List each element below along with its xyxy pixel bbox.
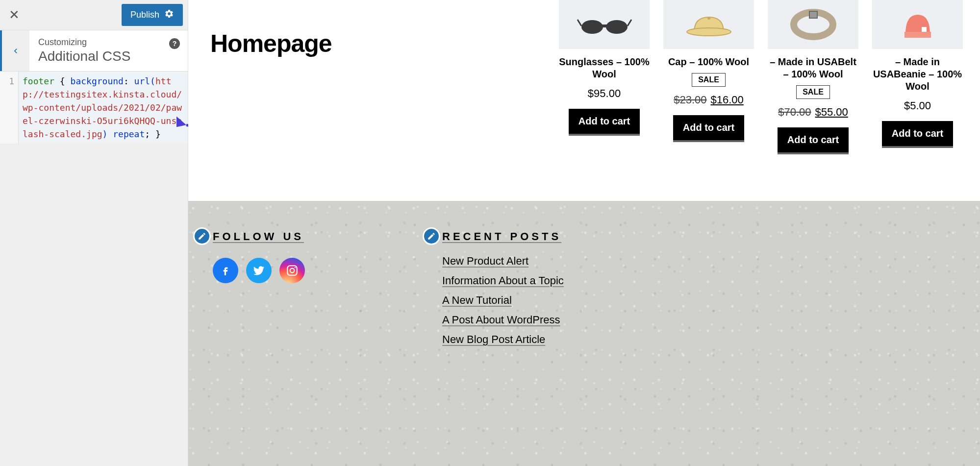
footer-follow-column: FOLLOW US (213, 230, 305, 437)
post-link[interactable]: New Blog Post Article (442, 333, 564, 346)
product-card: – Made in USABelt – 100% Wool SALE $70.0… (768, 0, 858, 154)
svg-line-5 (628, 20, 631, 26)
svg-rect-10 (905, 32, 931, 38)
customizing-label: Customizing (38, 37, 179, 48)
line-gutter: 1 (0, 72, 19, 144)
svg-point-13 (290, 269, 295, 273)
product-price: $23.00$16.00 (674, 94, 744, 106)
customizer-panel: ✕ Publish Customizing Additional CSS ? 1… (0, 0, 188, 466)
product-card: Cap – 100% Wool SALE $23.00$16.00 Add to… (663, 0, 754, 154)
add-to-cart-button[interactable]: Add to cart (569, 109, 640, 136)
svg-point-14 (295, 267, 296, 269)
add-to-cart-button[interactable]: Add to cart (882, 121, 954, 148)
gear-icon (164, 9, 174, 21)
svg-point-7 (707, 17, 710, 20)
add-to-cart-button[interactable]: Add to cart (673, 115, 745, 142)
product-name[interactable]: Cap – 100% Wool (668, 56, 749, 68)
add-to-cart-button[interactable]: Add to cart (778, 127, 849, 154)
svg-rect-3 (602, 25, 607, 27)
site-preview: Homepage Sunglasses – 100% Wool $95.00 A… (188, 0, 980, 466)
post-link[interactable]: A New Tutorial (442, 294, 564, 307)
svg-rect-9 (809, 11, 817, 18)
svg-line-4 (578, 20, 581, 26)
recent-posts-list: New Product Alert Information About a To… (442, 255, 564, 346)
post-link[interactable]: Information About a Topic (442, 274, 564, 287)
publish-button[interactable]: Publish (122, 4, 183, 26)
css-code-content[interactable]: footer { background: url(http://testings… (19, 72, 188, 144)
product-image[interactable] (663, 0, 754, 49)
site-footer: FOLLOW US RECENT POSTS New Product Alert… (188, 201, 980, 466)
instagram-icon[interactable] (279, 258, 305, 283)
publish-label: Publish (130, 10, 159, 20)
footer-recent-posts-column: RECENT POSTS New Product Alert Informati… (442, 230, 564, 437)
product-price: $5.00 (904, 99, 931, 112)
product-name[interactable]: – Made in USABeanie – 100% Wool (872, 56, 963, 93)
product-price: $95.00 (588, 87, 621, 100)
product-name[interactable]: Sunglasses – 100% Wool (559, 56, 650, 80)
product-card: Sunglasses – 100% Wool $95.00 Add to car… (559, 0, 650, 154)
svg-point-2 (606, 20, 628, 34)
post-link[interactable]: New Product Alert (442, 255, 564, 268)
page-title: Homepage (210, 29, 332, 58)
help-icon[interactable]: ? (169, 38, 180, 49)
sale-badge: SALE (796, 85, 830, 99)
product-name[interactable]: – Made in USABelt – 100% Wool (768, 56, 858, 80)
recent-posts-heading: RECENT POSTS (442, 230, 564, 243)
product-image[interactable] (559, 0, 650, 49)
product-image[interactable] (768, 0, 858, 49)
svg-point-1 (581, 20, 603, 34)
follow-us-heading: FOLLOW US (213, 230, 305, 243)
panel-title: Additional CSS (38, 49, 179, 64)
social-icons-row (213, 258, 305, 283)
product-image[interactable] (872, 0, 963, 49)
post-link[interactable]: A Post About WordPress (442, 314, 564, 326)
svg-point-6 (687, 28, 731, 36)
back-button[interactable] (0, 30, 29, 71)
edit-widget-button[interactable] (193, 227, 211, 245)
customizer-topbar: ✕ Publish (0, 0, 188, 30)
customizer-header: Customizing Additional CSS ? (0, 30, 188, 72)
sale-badge: SALE (692, 73, 726, 87)
svg-rect-11 (922, 27, 927, 32)
twitter-icon[interactable] (246, 258, 272, 283)
facebook-icon[interactable] (213, 258, 238, 283)
product-card: – Made in USABeanie – 100% Wool $5.00 Ad… (872, 0, 963, 154)
product-grid: Sunglasses – 100% Wool $95.00 Add to car… (559, 0, 963, 154)
close-icon[interactable]: ✕ (5, 5, 24, 25)
product-price: $70.00$55.00 (778, 106, 848, 119)
css-code-editor[interactable]: 1 footer { background: url(http://testin… (0, 72, 188, 144)
panel-header-text: Customizing Additional CSS ? (29, 30, 188, 71)
edit-widget-button[interactable] (423, 227, 440, 245)
